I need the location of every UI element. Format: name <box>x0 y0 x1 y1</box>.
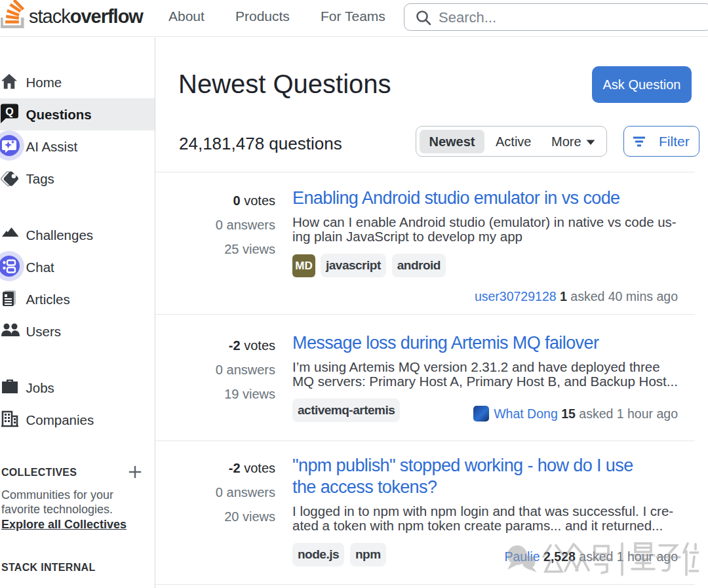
svg-text:Q: Q <box>5 106 13 117</box>
